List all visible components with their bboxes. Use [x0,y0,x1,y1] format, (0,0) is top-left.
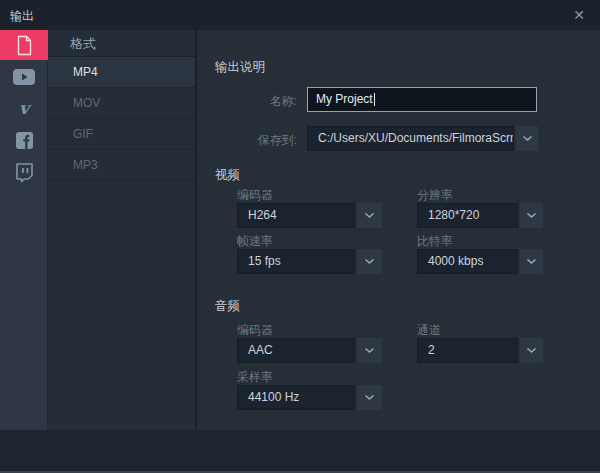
audio-channel-select[interactable]: 2 [417,338,518,363]
chevron-down-icon [522,135,533,142]
audio-channel-dropdown-button[interactable] [520,338,543,363]
chevron-down-icon [526,212,537,219]
video-bitrate-dropdown-button[interactable] [520,249,543,274]
dialog-title: 输出 [10,8,34,25]
chevron-down-icon [364,347,375,354]
close-icon[interactable]: ✕ [568,5,590,25]
video-bitrate-label: 比特率 [417,233,453,250]
export-dialog: 输出 ✕ v [0,0,600,473]
chevron-down-icon [364,212,375,219]
twitch-icon [15,163,34,183]
title-bar: 输出 ✕ [0,0,600,30]
audio-section-title: 音频 [215,298,240,315]
video-resolution-label: 分辨率 [417,187,453,204]
name-label: 名称: [197,93,297,110]
vimeo-icon: v [19,100,29,117]
sidebar-item-twitch[interactable] [0,158,48,188]
format-panel: 格式 MP4 MOV GIF MP3 [48,30,197,430]
destination-sidebar: v [0,30,48,430]
sidebar-item-youtube[interactable] [0,62,48,92]
format-item-mp4[interactable]: MP4 [48,57,195,88]
save-to-label: 保存到: [197,132,297,149]
chevron-down-icon [364,258,375,265]
video-encoder-label: 编码器 [237,187,273,204]
sidebar-item-export-file[interactable] [0,30,48,60]
audio-samplerate-dropdown-button[interactable] [357,385,382,410]
video-framerate-label: 帧速率 [237,233,273,250]
format-header: 格式 [48,30,195,57]
video-resolution-dropdown-button[interactable] [520,203,543,228]
video-resolution-select[interactable]: 1280*720 [417,203,518,228]
text-caret [374,93,375,106]
video-framerate-select[interactable]: 15 fps [237,249,355,274]
sidebar-item-facebook[interactable] [0,125,48,155]
sidebar-item-vimeo[interactable]: v [0,93,48,123]
format-item-gif[interactable]: GIF [48,119,195,150]
name-input[interactable]: My Project [307,87,537,112]
save-path-select[interactable]: C:/Users/XU/Documents/FilmoraScrn [307,126,514,151]
video-encoder-dropdown-button[interactable] [357,203,382,228]
format-item-mov[interactable]: MOV [48,88,195,119]
dialog-footer [0,430,600,471]
video-bitrate-select[interactable]: 4000 kbps [417,249,518,274]
file-icon [16,35,33,56]
audio-encoder-select[interactable]: AAC [237,338,355,363]
chevron-down-icon [364,394,375,401]
output-section-title: 输出说明 [215,59,265,76]
audio-encoder-label: 编码器 [237,322,273,339]
chevron-down-icon [526,258,537,265]
format-item-mp3[interactable]: MP3 [48,150,195,181]
facebook-icon [16,132,33,149]
video-framerate-dropdown-button[interactable] [357,249,382,274]
youtube-icon [13,69,35,85]
video-encoder-select[interactable]: H264 [237,203,355,228]
name-input-value: My Project [316,92,373,106]
audio-encoder-dropdown-button[interactable] [357,338,382,363]
audio-samplerate-label: 采样率 [237,369,273,386]
audio-samplerate-select[interactable]: 44100 Hz [237,385,355,410]
audio-channel-label: 通道 [417,322,441,339]
video-section-title: 视频 [215,167,240,184]
save-path-dropdown-button[interactable] [516,126,538,151]
chevron-down-icon [526,347,537,354]
